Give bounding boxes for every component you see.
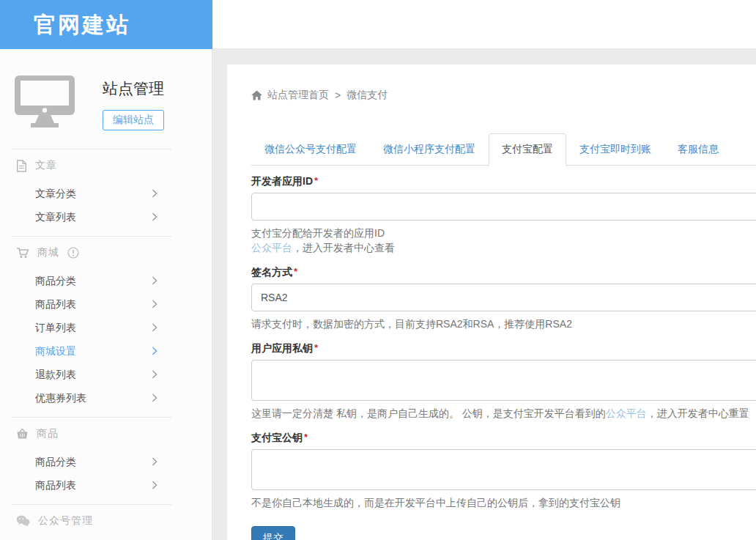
sidebar-item-coupon-list[interactable]: 优惠券列表: [0, 386, 212, 410]
chevron-right-icon: [152, 370, 158, 379]
breadcrumb: 站点管理首页 > 微信支付: [251, 88, 756, 103]
help-text: ，进入开发者中心重置: [647, 407, 749, 419]
help-line: 请求支付时，数据加密的方式，目前支持RSA2和RSA，推荐使用RSA2: [251, 317, 756, 331]
sidebar-item-label: 商城设置: [35, 345, 76, 357]
field-label: 签名方式*: [251, 266, 756, 279]
sign-type-input[interactable]: [251, 284, 756, 311]
field-label-text: 用户应用私钥: [251, 342, 313, 354]
breadcrumb-home-link[interactable]: 站点管理首页: [267, 89, 329, 102]
field-label: 开发者应用ID*: [251, 175, 756, 188]
field-alipay-public-key: 支付宝公钥* 不是你自己本地生成的，而是在开发平台中上传自己的公钥后，拿到的支付…: [251, 432, 756, 510]
sidebar-item-label: 订单列表: [35, 322, 76, 333]
chevron-right-icon: [152, 276, 158, 285]
basket-icon: [16, 428, 29, 440]
sidebar-group-label: 商品: [37, 427, 59, 440]
app-logo: 官网建站: [0, 0, 212, 49]
field-help: 这里请一定分清楚 私钥，是商户自己生成的。 公钥，是支付宝开发平台看到的公众平台…: [251, 406, 756, 421]
field-label-text: 签名方式: [251, 266, 292, 278]
sidebar-group-article: 文章: [0, 149, 212, 182]
field-app-id: 开发者应用ID* 支付宝分配给开发者的应用ID 公众平台，进入开发者中心查看: [251, 175, 756, 255]
sidebar-item-goods-category[interactable]: 商品分类: [0, 269, 212, 292]
sidebar-item-refund-list[interactable]: 退款列表: [0, 363, 212, 386]
help-line: 这里请一定分清楚 私钥，是商户自己生成的。 公钥，是支付宝开发平台看到的公众平台…: [251, 406, 756, 421]
sidebar-item-product-category[interactable]: 商品分类: [0, 450, 212, 473]
sidebar-item-article-category[interactable]: 文章分类: [0, 182, 212, 205]
field-label: 支付宝公钥*: [251, 432, 756, 445]
sidebar-item-label: 优惠券列表: [35, 392, 86, 404]
monitor-icon: [15, 75, 75, 128]
field-help: 支付宝分配给开发者的应用ID 公众平台，进入开发者中心查看: [251, 226, 756, 255]
wechat-icon: [16, 515, 30, 527]
sidebar-item-label: 文章列表: [35, 211, 76, 223]
required-marker: *: [314, 342, 318, 353]
required-marker: *: [304, 432, 308, 443]
sidebar: 站点管理 编辑站点 文章 文章分类 文章列表: [0, 49, 212, 540]
help-text: 这里请一定分清楚 私钥，是商户自己生成的。 公钥，是支付宝开发平台看到的: [251, 407, 606, 419]
field-sign-type: 签名方式* 请求支付时，数据加密的方式，目前支持RSA2和RSA，推荐使用RSA…: [251, 266, 756, 331]
site-panel: 站点管理 编辑站点: [0, 49, 212, 149]
sidebar-group-label: 商城: [37, 246, 59, 259]
top-bar: 官网建站: [0, 0, 756, 49]
home-icon: [251, 90, 262, 100]
sidebar-group-mall: 商城: [0, 237, 212, 269]
content-card: 站点管理首页 > 微信支付 微信公众号支付配置 微信小程序支付配置 支付宝配置 …: [227, 64, 756, 540]
sidebar-item-label: 退款列表: [35, 369, 76, 380]
submit-button[interactable]: 提交: [251, 526, 295, 540]
chevron-right-icon: [152, 481, 158, 489]
sidebar-item-order-list[interactable]: 订单列表: [0, 316, 212, 339]
required-marker: *: [294, 266, 297, 277]
breadcrumb-current: 微信支付: [346, 89, 388, 102]
field-label-text: 支付宝公钥: [251, 432, 303, 443]
site-info: 站点管理 编辑站点: [103, 78, 164, 130]
tab-wechat-official-pay[interactable]: 微信公众号支付配置: [251, 133, 370, 166]
help-text: ，进入开发者中心查看: [292, 242, 395, 254]
sidebar-item-label: 文章分类: [35, 188, 76, 199]
help-line: 不是你自己本地生成的，而是在开发平台中上传自己的公钥后，拿到的支付宝公钥: [251, 495, 756, 510]
tab-bar: 微信公众号支付配置 微信小程序支付配置 支付宝配置 支付宝即时到账 客服信息: [251, 133, 756, 166]
chevron-right-icon: [152, 189, 158, 198]
sidebar-item-goods-list[interactable]: 商品列表: [0, 292, 212, 316]
help-line: 公众平台，进入开发者中心查看: [251, 240, 756, 255]
main-area: 站点管理首页 > 微信支付 微信公众号支付配置 微信小程序支付配置 支付宝配置 …: [212, 49, 756, 540]
sidebar-item-product-list[interactable]: 商品列表: [0, 473, 212, 497]
cart-icon: [16, 247, 29, 259]
chevron-right-icon: [152, 323, 158, 332]
sidebar-item-label: 商品列表: [35, 298, 76, 310]
chevron-right-icon: [152, 457, 158, 466]
sidebar-item-label: 商品分类: [35, 275, 76, 286]
sidebar-group-label: 公众号管理: [38, 514, 93, 528]
edit-site-button[interactable]: 编辑站点: [103, 110, 164, 130]
public-platform-link[interactable]: 公众平台: [251, 242, 292, 254]
chevron-right-icon: [152, 300, 158, 308]
tab-alipay-config[interactable]: 支付宝配置: [489, 133, 566, 166]
sidebar-group-label: 文章: [35, 159, 57, 172]
sidebar-item-label: 商品分类: [35, 456, 76, 467]
tab-alipay-instant[interactable]: 支付宝即时到账: [566, 133, 664, 166]
help-line: 支付宝分配给开发者的应用ID: [251, 226, 756, 240]
info-icon: [67, 247, 79, 259]
chevron-right-icon: [152, 393, 158, 402]
tab-customer-service[interactable]: 客服信息: [664, 133, 732, 166]
chevron-right-icon: [152, 212, 158, 221]
field-help: 不是你自己本地生成的，而是在开发平台中上传自己的公钥后，拿到的支付宝公钥: [251, 495, 756, 510]
alipay-config-form: 开发者应用ID* 支付宝分配给开发者的应用ID 公众平台，进入开发者中心查看 签…: [251, 175, 756, 540]
document-icon: [16, 160, 27, 172]
chevron-right-icon: [152, 347, 158, 355]
alipay-public-key-textarea[interactable]: [251, 449, 756, 490]
field-help: 请求支付时，数据加密的方式，目前支持RSA2和RSA，推荐使用RSA2: [251, 317, 756, 331]
field-private-key: 用户应用私钥* 这里请一定分清楚 私钥，是商户自己生成的。 公钥，是支付宝开发平…: [251, 342, 756, 421]
site-title: 站点管理: [103, 78, 164, 99]
field-label: 用户应用私钥*: [251, 342, 756, 355]
sidebar-item-mall-settings[interactable]: 商城设置: [0, 339, 212, 363]
sidebar-item-label: 商品列表: [35, 479, 76, 491]
required-marker: *: [314, 175, 318, 186]
public-platform-link[interactable]: 公众平台: [606, 407, 647, 419]
app-id-input[interactable]: [251, 193, 756, 221]
breadcrumb-separator: >: [335, 89, 341, 101]
field-label-text: 开发者应用ID: [251, 175, 313, 187]
private-key-textarea[interactable]: [251, 360, 756, 401]
tab-wechat-miniprogram-pay[interactable]: 微信小程序支付配置: [370, 133, 489, 166]
sidebar-group-product: 商品: [0, 418, 212, 450]
sidebar-item-article-list[interactable]: 文章列表: [0, 205, 212, 229]
sidebar-group-official-account[interactable]: 公众号管理: [0, 505, 212, 537]
